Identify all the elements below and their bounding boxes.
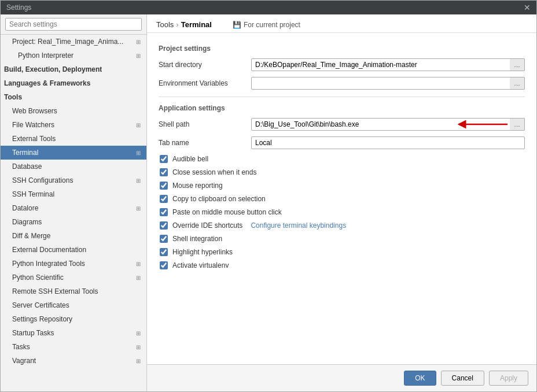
- shell-path-input[interactable]: [251, 118, 525, 131]
- sidebar-item-remote-ssh[interactable]: Remote SSH External Tools: [1, 284, 146, 298]
- sidebar-item-startup-tasks[interactable]: Startup Tasks ⊞: [1, 326, 146, 340]
- sidebar-item-diagrams-label: Diagrams: [12, 218, 42, 226]
- sidebar-item-project-label: Project: Real_Time_Image_Anima...: [12, 38, 123, 46]
- ext-icon-ssh-config: ⊞: [136, 177, 141, 184]
- for-project-icon: 💾: [233, 21, 241, 29]
- start-directory-label: Start directory: [159, 61, 251, 69]
- ext-icon-py-scientific: ⊞: [136, 275, 141, 281]
- sidebar-item-ssh-configurations[interactable]: SSH Configurations ⊞: [1, 173, 146, 187]
- sidebar-item-ssh-term-label: SSH Terminal: [12, 190, 54, 198]
- sidebar-item-python-integrated[interactable]: Python Integrated Tools ⊞: [1, 257, 146, 271]
- mouse-reporting-checkbox[interactable]: [160, 182, 168, 190]
- sidebar-item-project[interactable]: Project: Real_Time_Image_Anima... ⊞: [1, 35, 146, 49]
- breadcrumb: Tools › Terminal: [156, 20, 212, 29]
- highlight-hyperlinks-label: Highlight hyperlinks: [172, 248, 233, 256]
- copy-clipboard-checkbox[interactable]: [160, 195, 168, 203]
- apply-button[interactable]: Apply: [489, 371, 528, 386]
- checkbox-row-shell-integration: Shell integration: [159, 235, 525, 243]
- tab-name-row: Tab name: [159, 136, 525, 149]
- cancel-button[interactable]: Cancel: [441, 371, 484, 386]
- tab-name-input[interactable]: [251, 136, 525, 149]
- ok-button[interactable]: OK: [404, 371, 436, 386]
- sidebar-search-container: [1, 14, 146, 35]
- sidebar-item-ext-docs-label: External Documentation: [12, 246, 86, 254]
- sidebar-item-external-docs[interactable]: External Documentation: [1, 243, 146, 257]
- breadcrumb-current: Terminal: [181, 20, 212, 29]
- sidebar-item-tools-header[interactable]: Tools: [1, 90, 146, 104]
- mouse-reporting-label: Mouse reporting: [172, 182, 223, 190]
- sidebar-item-ssh-terminal[interactable]: SSH Terminal: [1, 187, 146, 201]
- sidebar-item-python-scientific[interactable]: Python Scientific ⊞: [1, 271, 146, 284]
- sidebar: Project: Real_Time_Image_Anima... ⊞ Pyth…: [1, 14, 147, 391]
- sidebar-item-file-watchers[interactable]: File Watchers ⊞: [1, 118, 146, 132]
- breadcrumb-sep: ›: [176, 20, 178, 29]
- shell-path-browse-btn[interactable]: …: [510, 118, 525, 131]
- title-bar: Settings ✕: [1, 1, 536, 14]
- separator-1: [159, 97, 525, 97]
- sidebar-item-db-label: Database: [12, 162, 42, 171]
- sidebar-item-py-integrated-label: Python Integrated Tools: [12, 260, 85, 268]
- env-variables-row: Environment Variables …: [159, 77, 525, 90]
- override-ide-checkbox[interactable]: [160, 221, 168, 230]
- sidebar-item-build-execution[interactable]: Build, Execution, Deployment: [1, 62, 146, 76]
- header: Tools › Terminal 💾 For current project: [147, 14, 536, 33]
- sidebar-item-datalore[interactable]: Datalore ⊞: [1, 201, 146, 215]
- sidebar-item-languages[interactable]: Languages & Frameworks: [1, 76, 146, 90]
- close-session-checkbox[interactable]: [160, 168, 168, 176]
- sidebar-item-vagrant[interactable]: Vagrant ⊞: [1, 354, 146, 368]
- env-variables-input[interactable]: [251, 77, 525, 90]
- env-variables-browse-btn[interactable]: …: [510, 77, 525, 90]
- sidebar-item-file-label: File Watchers: [12, 121, 54, 129]
- close-button[interactable]: ✕: [524, 3, 531, 12]
- sidebar-item-external-tools[interactable]: External Tools: [1, 132, 146, 146]
- checkbox-row-close-session: Close session when it ends: [159, 168, 525, 176]
- tab-name-label: Tab name: [159, 139, 251, 147]
- ext-icon-file-watchers: ⊞: [136, 122, 141, 128]
- sidebar-item-web-browsers[interactable]: Web Browsers: [1, 104, 146, 118]
- env-variables-label: Environment Variables: [159, 79, 251, 87]
- activate-virtualenv-label: Activate virtualenv: [172, 261, 229, 269]
- project-settings-title: Project settings: [159, 45, 525, 53]
- sidebar-item-server-certs-label: Server Certificates: [12, 301, 69, 309]
- ext-icon-tasks: ⊞: [136, 344, 141, 350]
- sidebar-item-diagrams[interactable]: Diagrams: [1, 215, 146, 229]
- override-ide-label: Override IDE shortcuts: [172, 221, 242, 230]
- sidebar-item-settings-repo[interactable]: Settings Repository: [1, 312, 146, 326]
- sidebar-item-terminal-label: Terminal: [12, 149, 38, 157]
- sidebar-item-remote-ssh-label: Remote SSH External Tools: [12, 287, 98, 295]
- sidebar-item-diff-merge[interactable]: Diff & Merge: [1, 229, 146, 243]
- highlight-hyperlinks-checkbox[interactable]: [160, 248, 168, 256]
- sidebar-item-database[interactable]: Database: [1, 160, 146, 173]
- activate-virtualenv-checkbox[interactable]: [160, 261, 168, 269]
- sidebar-item-startup-label: Startup Tasks: [12, 329, 54, 337]
- sidebar-item-python-interpreter[interactable]: Python Interpreter ⊞: [1, 49, 146, 62]
- settings-dialog: Settings ✕ Project: Real_Time_Image_Anim…: [0, 0, 537, 392]
- sidebar-item-tasks[interactable]: Tasks ⊞: [1, 340, 146, 354]
- ext-icon-datalore: ⊞: [136, 205, 141, 212]
- sidebar-item-web-label: Web Browsers: [12, 107, 57, 115]
- bottom-bar: OK Cancel Apply: [147, 364, 536, 391]
- sidebar-item-py-scientific-label: Python Scientific: [12, 273, 64, 282]
- sidebar-item-vagrant-label: Vagrant: [12, 357, 36, 365]
- sidebar-item-server-certs[interactable]: Server Certificates: [1, 298, 146, 312]
- start-directory-browse-btn[interactable]: …: [510, 58, 525, 71]
- sidebar-item-tools-label: Tools: [4, 93, 22, 101]
- paste-middle-checkbox[interactable]: [160, 208, 168, 216]
- configure-keybindings-link[interactable]: Configure terminal keybindings: [251, 221, 346, 230]
- start-directory-input-wrap: …: [251, 58, 525, 71]
- shell-integration-label: Shell integration: [172, 235, 222, 243]
- checkbox-row-activate-virtualenv: Activate virtualenv: [159, 261, 525, 269]
- checkbox-row-audible-bell: Audible bell: [159, 155, 525, 163]
- shell-path-row: Shell path …: [159, 118, 525, 131]
- shell-integration-checkbox[interactable]: [160, 235, 168, 243]
- copy-clipboard-label: Copy to clipboard on selection: [172, 195, 266, 203]
- main-body: Project settings Start directory … Envir…: [147, 33, 536, 364]
- start-directory-input[interactable]: [251, 58, 525, 71]
- sidebar-item-terminal[interactable]: Terminal ⊞: [1, 146, 146, 160]
- search-input[interactable]: [5, 18, 142, 31]
- sidebar-item-settings-repo-label: Settings Repository: [12, 315, 72, 323]
- expand-icon: ⊞: [136, 39, 141, 45]
- sidebar-item-datalore-label: Datalore: [12, 204, 38, 212]
- audible-bell-checkbox[interactable]: [160, 155, 168, 163]
- ext-icon-terminal: ⊞: [136, 150, 141, 156]
